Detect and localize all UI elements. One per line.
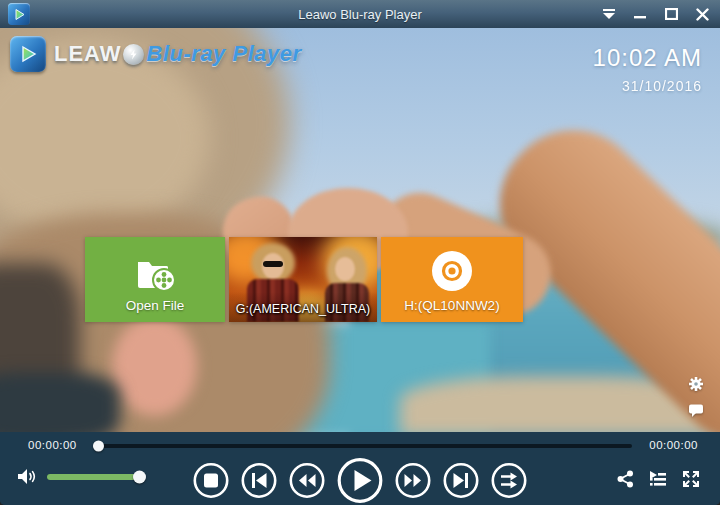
maximize-button[interactable] xyxy=(659,3,683,25)
next-button[interactable] xyxy=(443,462,480,499)
rewind-button[interactable] xyxy=(289,462,326,499)
settings-gear-icon[interactable] xyxy=(688,376,704,392)
app-icon xyxy=(8,3,30,25)
brand-product: Blu-ray Player xyxy=(147,41,302,67)
control-bar: 00:00:00 00:00:00 xyxy=(0,432,720,505)
app-window: Leawo Blu-ray Player xyxy=(0,0,720,505)
volume-slider[interactable] xyxy=(47,474,144,480)
open-file-label: Open File xyxy=(126,298,185,313)
brand-o-badge xyxy=(123,44,144,65)
titlebar: Leawo Blu-ray Player xyxy=(0,0,720,28)
drive-g-label: G:(AMERICAN_ULTRA) xyxy=(236,302,371,316)
elapsed-time: 00:00:00 xyxy=(28,439,77,451)
play-button[interactable] xyxy=(337,457,384,504)
fast-forward-button[interactable] xyxy=(395,462,432,499)
brand-name: LEAW xyxy=(54,41,122,67)
open-file-icon xyxy=(132,253,178,297)
open-file-tile[interactable]: Open File xyxy=(85,237,225,322)
video-viewport: LEAW Blu-ray Player 10:02 AM 31/10/2016 xyxy=(0,28,720,432)
previous-button[interactable] xyxy=(241,462,278,499)
brand-logo-icon xyxy=(10,36,46,72)
message-icon[interactable] xyxy=(688,402,704,418)
drive-g-tile[interactable]: G:(AMERICAN_ULTRA) xyxy=(229,237,377,322)
menu-dropdown-icon[interactable] xyxy=(597,3,621,25)
brand-logo: LEAW Blu-ray Player xyxy=(10,36,302,72)
seek-bar[interactable] xyxy=(93,444,632,448)
stop-button[interactable] xyxy=(193,462,230,499)
bg-ear xyxy=(112,316,197,416)
play-order-button[interactable] xyxy=(491,462,528,499)
volume-icon[interactable] xyxy=(17,468,36,485)
disc-icon xyxy=(430,249,474,297)
volume-knob[interactable] xyxy=(133,470,146,483)
fullscreen-icon[interactable] xyxy=(682,470,700,488)
seek-knob[interactable] xyxy=(93,441,104,452)
clock-time: 10:02 AM xyxy=(593,44,702,72)
close-button[interactable] xyxy=(690,3,714,25)
minimize-button[interactable] xyxy=(628,3,652,25)
clock-date: 31/10/2016 xyxy=(593,78,702,94)
duration-time: 00:00:00 xyxy=(649,439,698,451)
volume-fill xyxy=(47,474,139,480)
drive-h-label: H:(QL10NNW2) xyxy=(404,298,499,313)
drive-h-tile[interactable]: H:(QL10NNW2) xyxy=(381,237,523,322)
share-icon[interactable] xyxy=(616,470,634,488)
playlist-icon[interactable] xyxy=(649,470,667,488)
seek-bar-fill xyxy=(93,444,98,448)
bg-shoulder xyxy=(0,373,120,432)
clock: 10:02 AM 31/10/2016 xyxy=(593,44,702,94)
